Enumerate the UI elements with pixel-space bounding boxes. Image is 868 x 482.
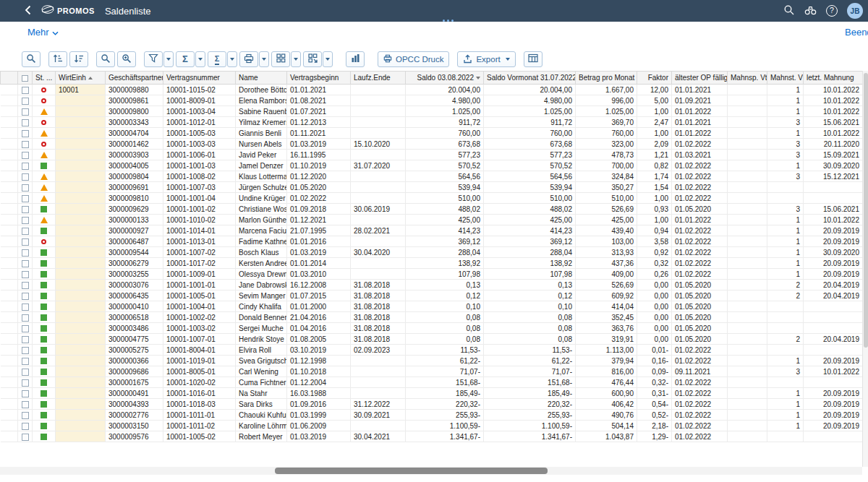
row-select-checkbox[interactable] bbox=[22, 141, 29, 148]
table-row[interactable]: 300000980410001-1008-02Klaus Lottermann0… bbox=[1, 171, 863, 182]
row-select-cell[interactable] bbox=[18, 150, 33, 160]
table-row[interactable]: 300000643510001-1005-01Sevim Manger01.07… bbox=[1, 291, 863, 301]
row-select-cell[interactable] bbox=[18, 258, 33, 269]
search-button[interactable] bbox=[783, 4, 795, 18]
row-select-cell[interactable] bbox=[18, 410, 33, 421]
row-select-checkbox[interactable] bbox=[22, 434, 29, 441]
row-select-checkbox[interactable] bbox=[22, 412, 29, 419]
table-row[interactable]: 300000477510001-1007-01Hendrik Stoye01.0… bbox=[1, 334, 863, 345]
row-select-checkbox[interactable] bbox=[22, 379, 29, 387]
row-select-checkbox[interactable] bbox=[22, 401, 29, 408]
table-row[interactable]: 300000334310001-1012-01Yilmaz Kremers01.… bbox=[1, 117, 863, 128]
row-select-checkbox[interactable] bbox=[22, 423, 29, 430]
table-row[interactable]: 300000348610001-1003-02Sergei Muche01.04… bbox=[1, 323, 863, 334]
column-header-status[interactable]: St. ... bbox=[33, 72, 56, 85]
table-row[interactable]: 300000400510001-1001-03Jamel Denzer01.10… bbox=[1, 160, 863, 171]
row-select-cell[interactable] bbox=[18, 215, 33, 225]
print-dropdown-button[interactable] bbox=[259, 51, 269, 67]
filter-button[interactable] bbox=[144, 51, 163, 67]
table-row[interactable]: 300000277610001-1011-01Chaouki Kuhfuß01.… bbox=[1, 410, 863, 421]
table-row[interactable]: 300000013310001-1010-02Marlon Günther01.… bbox=[1, 215, 863, 225]
table-row[interactable]: 300000325510001-1009-01Olessya Drewniok0… bbox=[1, 269, 863, 280]
table-row[interactable]: 300000969110001-1007-03Jürgen Schulze01.… bbox=[1, 182, 863, 193]
filter-dropdown-button[interactable] bbox=[163, 51, 174, 67]
row-select-checkbox[interactable] bbox=[22, 314, 29, 322]
column-header-faktor[interactable]: Faktor bbox=[637, 72, 672, 85]
row-select-cell[interactable] bbox=[18, 291, 33, 301]
row-select-checkbox[interactable] bbox=[22, 293, 29, 300]
column-header-geschaeftspartner[interactable]: Geschäftspartner bbox=[106, 72, 163, 85]
total-dropdown-button[interactable] bbox=[195, 51, 205, 67]
table-row[interactable]: 300000049110001-1016-01Na Stahr16.03.198… bbox=[1, 388, 863, 399]
column-header-mahnst-vt[interactable]: Mahnst. Vt bbox=[767, 72, 804, 85]
row-select-cell[interactable] bbox=[18, 431, 33, 442]
sort-ascending-button[interactable] bbox=[48, 51, 67, 67]
row-select-checkbox[interactable] bbox=[22, 173, 29, 181]
row-select-checkbox[interactable] bbox=[22, 195, 29, 202]
row-select-checkbox[interactable] bbox=[22, 98, 29, 105]
binoculars-button[interactable] bbox=[804, 5, 817, 17]
table-row[interactable]: 300000981010001-1001-04Undine Krüger01.0… bbox=[1, 193, 863, 204]
opcc-druck-button[interactable]: OPCC Druck bbox=[378, 51, 449, 67]
row-select-cell[interactable] bbox=[18, 106, 33, 117]
row-select-cell[interactable] bbox=[18, 171, 33, 182]
row-select-cell[interactable] bbox=[18, 421, 33, 431]
row-select-cell[interactable] bbox=[18, 128, 33, 139]
row-select-cell[interactable] bbox=[18, 280, 33, 291]
table-row[interactable]: 300000962910001-1001-02Christiane Wosiek… bbox=[1, 204, 863, 215]
row-select-cell[interactable] bbox=[18, 366, 33, 377]
column-header-name[interactable]: Name bbox=[236, 72, 287, 85]
row-select-checkbox[interactable] bbox=[22, 130, 29, 137]
horizontal-scrollbar-thumb[interactable] bbox=[275, 468, 548, 474]
column-header-vertragsnummer[interactable]: Vertragsnummer bbox=[163, 72, 236, 85]
column-header-betrag-pro-monat[interactable]: Betrag pro Monat bbox=[576, 72, 637, 85]
column-header-mark[interactable] bbox=[1, 72, 18, 85]
row-select-cell[interactable] bbox=[18, 388, 33, 399]
row-select-cell[interactable] bbox=[18, 377, 33, 388]
table-row[interactable]: 300000390310001-1006-01Javid Peker16.11.… bbox=[1, 150, 863, 160]
row-select-cell[interactable] bbox=[18, 312, 33, 323]
table-row[interactable]: 300000439310001-1018-03Sara Dirks01.09.2… bbox=[1, 399, 863, 410]
table-row[interactable]: 300000968610001-8005-01Carl Wening01.10.… bbox=[1, 366, 863, 377]
table-row[interactable]: 300000648710001-1013-01Fadime Kathner01.… bbox=[1, 236, 863, 247]
row-select-cell[interactable] bbox=[18, 193, 33, 204]
table-row[interactable]: 300000146210001-1003-03Nursen Abels01.03… bbox=[1, 139, 863, 150]
row-select-checkbox[interactable] bbox=[22, 217, 29, 224]
total-button[interactable]: Σ bbox=[176, 51, 195, 67]
row-select-cell[interactable] bbox=[18, 139, 33, 150]
export-list-dropdown-button[interactable] bbox=[323, 51, 333, 67]
table-row[interactable]: 300000315010001-1011-02Karoline Löhrmann… bbox=[1, 421, 863, 431]
graphic-button[interactable] bbox=[346, 51, 365, 67]
row-select-checkbox[interactable] bbox=[22, 390, 29, 397]
table-row[interactable]: 300000986110001-8009-01Elena Ramborski01… bbox=[1, 95, 863, 106]
row-select-cell[interactable] bbox=[18, 117, 33, 128]
table-row[interactable]: 300000954410001-1007-02Bosch Klaus01.03.… bbox=[1, 247, 863, 258]
column-header-mahnsp-vt[interactable]: Mahnsp. Vt bbox=[728, 72, 767, 85]
row-select-checkbox[interactable] bbox=[22, 163, 29, 170]
export-list-button[interactable] bbox=[303, 51, 322, 67]
column-header-letzte-mahnung[interactable]: letzt. Mahnung bbox=[804, 72, 863, 85]
column-header-saldo[interactable]: Saldo 03.08.2022 bbox=[406, 72, 484, 85]
row-select-checkbox[interactable] bbox=[22, 358, 29, 365]
table-row[interactable]: 300000980010001-1003-04Sabine Rauenberg0… bbox=[1, 106, 863, 117]
row-select-cell[interactable] bbox=[18, 247, 33, 258]
table-row[interactable]: 300000307610001-1001-01Jane Dabrowski16.… bbox=[1, 280, 863, 291]
table-row[interactable]: 300000167510001-1020-02Cuma Fichtner01.1… bbox=[1, 377, 863, 388]
row-select-cell[interactable] bbox=[18, 323, 33, 334]
table-row[interactable]: 300000527510001-8004-01Elvira Roll03.10.… bbox=[1, 345, 863, 356]
row-select-cell[interactable] bbox=[18, 160, 33, 171]
row-select-checkbox[interactable] bbox=[22, 271, 29, 278]
mehr-menu-button[interactable]: Mehr bbox=[27, 27, 59, 38]
row-select-checkbox[interactable] bbox=[22, 336, 29, 343]
row-select-cell[interactable] bbox=[18, 356, 33, 366]
table-row[interactable]: 300000957610001-1005-02Robert Meyer01.03… bbox=[1, 431, 863, 442]
subtotal-dropdown-button[interactable] bbox=[227, 51, 237, 67]
sort-descending-button[interactable] bbox=[69, 51, 88, 67]
row-select-cell[interactable] bbox=[18, 269, 33, 280]
vertical-scrollbar-thumb[interactable] bbox=[864, 73, 868, 348]
row-select-cell[interactable] bbox=[18, 95, 33, 106]
print-button[interactable] bbox=[239, 51, 258, 67]
select-all-icon[interactable] bbox=[22, 75, 28, 82]
column-header-vertragsbeginn[interactable]: Vertragsbeginn bbox=[287, 72, 351, 85]
row-select-checkbox[interactable] bbox=[22, 347, 29, 354]
